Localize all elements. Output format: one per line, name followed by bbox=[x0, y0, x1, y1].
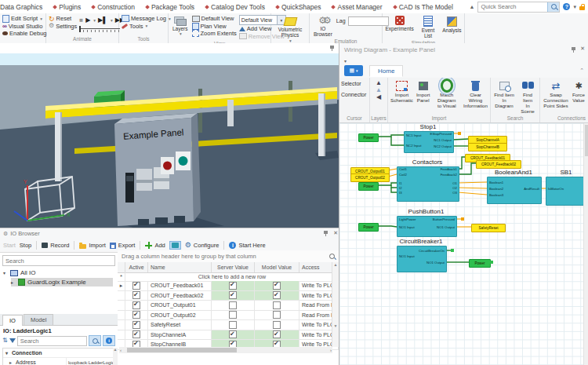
volumetric-physics-button[interactable]: Volumetric Physics▾ bbox=[274, 15, 307, 43]
active-checkbox[interactable] bbox=[132, 301, 140, 309]
column-header-active[interactable]: Active bbox=[125, 262, 148, 272]
server-checkbox[interactable] bbox=[229, 282, 237, 290]
tag-safetyreset[interactable]: SafetyReset bbox=[471, 224, 506, 232]
find-item-in-scene-button[interactable]: Find Item In Scene bbox=[517, 79, 538, 115]
column-header-model-value[interactable]: Model Value bbox=[255, 262, 299, 272]
table-row[interactable]: SafetyResetWrite To PLCExample Panel.P bbox=[118, 320, 339, 330]
dropdown-caret-icon[interactable]: ▾ bbox=[573, 4, 576, 10]
property-help-button[interactable]: i bbox=[103, 335, 115, 346]
tag-power[interactable]: Power bbox=[358, 223, 379, 232]
lock-icon[interactable] bbox=[579, 6, 585, 10]
layer-left-icon[interactable]: ◀ bbox=[376, 93, 381, 100]
column-header-server-value[interactable]: Server Value bbox=[212, 262, 255, 272]
close-icon[interactable]: ✕ bbox=[333, 230, 338, 236]
message-log-button[interactable]: Message Log▾ bbox=[122, 15, 171, 23]
help-icon[interactable]: ? bbox=[563, 3, 570, 10]
ribbon-collapse-icon[interactable]: ▲ bbox=[470, 4, 475, 9]
experiments-button[interactable]: Experiments bbox=[384, 15, 416, 39]
block-circuitbreaker1[interactable]: NO1 InputCircuitBreakerOnNO1 Output bbox=[397, 246, 447, 272]
tab-home[interactable]: Home bbox=[369, 65, 403, 77]
ribbon-tab-plugins[interactable]: Plugins bbox=[48, 3, 86, 11]
column-header-name[interactable]: Name bbox=[148, 262, 212, 272]
example-panel-cabinet[interactable]: Example Panel bbox=[114, 113, 201, 226]
pin-icon[interactable] bbox=[324, 231, 328, 234]
model-checkbox[interactable] bbox=[273, 301, 281, 309]
active-checkbox[interactable] bbox=[132, 291, 140, 299]
quick-access-caret-icon[interactable]: ▾ bbox=[344, 58, 347, 64]
tree-item-all-io[interactable]: ▾ All IO bbox=[3, 268, 36, 277]
tab-io[interactable]: IO bbox=[2, 315, 23, 326]
scene-viewport[interactable]: Example Panel Y X bbox=[0, 43, 339, 228]
active-checkbox[interactable] bbox=[132, 282, 140, 290]
selector-button[interactable]: Selector bbox=[341, 79, 366, 88]
sort-icon[interactable]: ⇅ bbox=[2, 337, 8, 345]
table-row[interactable]: CROUT_Feedback02Write To PLCExample Pane… bbox=[118, 291, 339, 301]
model-checkbox[interactable] bbox=[273, 282, 281, 290]
connector-button[interactable]: Connector bbox=[341, 90, 366, 99]
io-search-input[interactable] bbox=[2, 255, 115, 266]
tree-item-guardlogix[interactable]: ▸ GuardLogix Example bbox=[11, 278, 113, 287]
match-diagram-to-visual-button[interactable]: Match Diagram to Visual bbox=[432, 79, 461, 115]
expander-icon[interactable]: ▾ bbox=[3, 270, 8, 276]
active-checkbox[interactable] bbox=[132, 330, 140, 338]
model-checkbox[interactable] bbox=[273, 311, 281, 319]
model-checkbox[interactable] bbox=[273, 330, 281, 338]
property-row-address[interactable]: ▸Address loopback:LadderLogic1... bbox=[3, 358, 113, 365]
server-checkbox[interactable] bbox=[229, 311, 237, 319]
model-checkbox[interactable] bbox=[273, 321, 281, 329]
group-by-hint[interactable]: Drag a column header here to group by th… bbox=[118, 250, 339, 263]
clear-wiring-information-button[interactable]: Clear Wiring Information bbox=[463, 79, 488, 115]
visual-studio-button[interactable]: ∞Visual Studio bbox=[2, 23, 47, 31]
block-booleanand1[interactable]: Boolean1Boolean2Boolean3AndResult bbox=[487, 177, 542, 204]
tag-stopchannelb[interactable]: StopChannelB bbox=[468, 143, 507, 151]
tag-crout-feedback02[interactable]: CROUT_Feedback02 bbox=[476, 160, 521, 169]
grid-search-icon[interactable] bbox=[329, 254, 335, 259]
io-browser-button[interactable]: ⚙⚙IO Browser bbox=[312, 15, 334, 38]
settings-button[interactable]: ⚙Settings bbox=[49, 23, 77, 31]
active-checkbox[interactable] bbox=[132, 321, 140, 329]
record-button[interactable]: Record bbox=[42, 242, 69, 249]
export-button[interactable]: Export bbox=[110, 242, 136, 249]
ribbon-tab-catalog-dev-tools[interactable]: Catalog Dev Tools bbox=[200, 3, 270, 11]
expander-icon[interactable]: ▸ bbox=[11, 279, 16, 285]
send-backward-icon[interactable]: ▲ bbox=[376, 86, 382, 93]
pin-icon[interactable] bbox=[330, 46, 334, 49]
ribbon-tab-construction[interactable]: Construction bbox=[86, 3, 140, 11]
tag-power[interactable]: Power bbox=[358, 133, 379, 142]
property-search-button[interactable] bbox=[89, 335, 101, 346]
tag-crout-output02[interactable]: CROUT_Output02 bbox=[350, 173, 390, 182]
stop-playback-icon[interactable]: ■ bbox=[79, 16, 83, 24]
plan-view-button[interactable]: Plan View bbox=[192, 23, 237, 31]
quick-search-button[interactable] bbox=[547, 2, 559, 12]
horizontal-scrollbar[interactable]: ‹› bbox=[119, 347, 332, 353]
start-here-button[interactable]: iStart Here bbox=[229, 242, 265, 249]
import-panel-button[interactable]: Import Panel bbox=[416, 79, 431, 115]
tools-button[interactable]: Tools▾ bbox=[122, 23, 171, 31]
start-button[interactable]: Start bbox=[3, 242, 16, 249]
stop-button[interactable]: Stop bbox=[20, 242, 31, 249]
table-row[interactable]: ▸CROUT_Feedback01Write To PLCExample Pan… bbox=[118, 281, 339, 291]
filter-icon[interactable] bbox=[9, 338, 16, 343]
ribbon-tab-quickshapes[interactable]: QuickShapes bbox=[270, 3, 327, 11]
zoom-extents-button[interactable]: Zoom Extents bbox=[192, 30, 237, 38]
tag-power[interactable]: Power bbox=[358, 182, 379, 191]
import-schematic-button[interactable]: Import Schematic bbox=[390, 79, 414, 115]
block-sb1[interactable]: IsMotorOn bbox=[546, 177, 588, 206]
property-category-connection[interactable]: ▾Connection bbox=[3, 349, 113, 358]
server-checkbox[interactable] bbox=[229, 330, 237, 338]
quick-search-input[interactable] bbox=[478, 3, 547, 11]
ribbon-tab-cad-is-the-model[interactable]: CAD Is The Model bbox=[388, 3, 459, 11]
table-row[interactable]: CROUT_Output01Read From PLCExample Panel… bbox=[118, 301, 339, 311]
ribbon-tab-data-graphics[interactable]: Data Graphics bbox=[0, 3, 48, 11]
wiring-scrollbar[interactable] bbox=[583, 123, 588, 365]
import-button[interactable]: Import bbox=[79, 242, 105, 249]
enable-debug-button[interactable]: Enable Debug bbox=[2, 30, 47, 38]
force-value-button[interactable]: ✱Force Value bbox=[572, 79, 586, 115]
swap-connection-point-sides-button[interactable]: ⇄Swap Connection Point Sides bbox=[542, 79, 570, 115]
default-view-button[interactable]: Default View bbox=[192, 15, 237, 23]
backstage-button[interactable]: ▦▾ bbox=[344, 65, 363, 76]
ribbon-tab-package-tools[interactable]: Package Tools bbox=[140, 3, 200, 11]
find-item-in-diagram-button[interactable]: Find Item In Diagram bbox=[492, 79, 516, 115]
tag-power[interactable]: Power bbox=[469, 259, 491, 268]
pin-icon[interactable] bbox=[572, 47, 575, 50]
